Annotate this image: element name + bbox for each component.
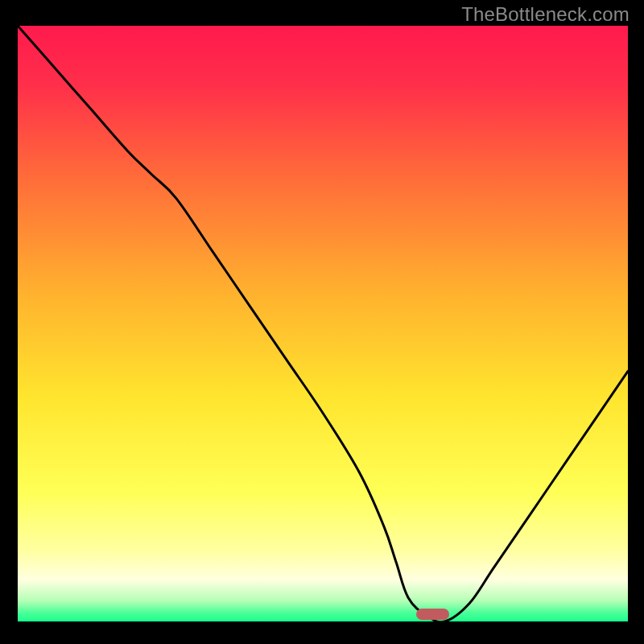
watermark-text: TheBottleneck.com (461, 3, 630, 26)
bottleneck-curve (18, 26, 628, 621)
plot-area (18, 26, 628, 621)
chart-frame: TheBottleneck.com (0, 0, 644, 644)
optimal-marker (416, 609, 450, 619)
